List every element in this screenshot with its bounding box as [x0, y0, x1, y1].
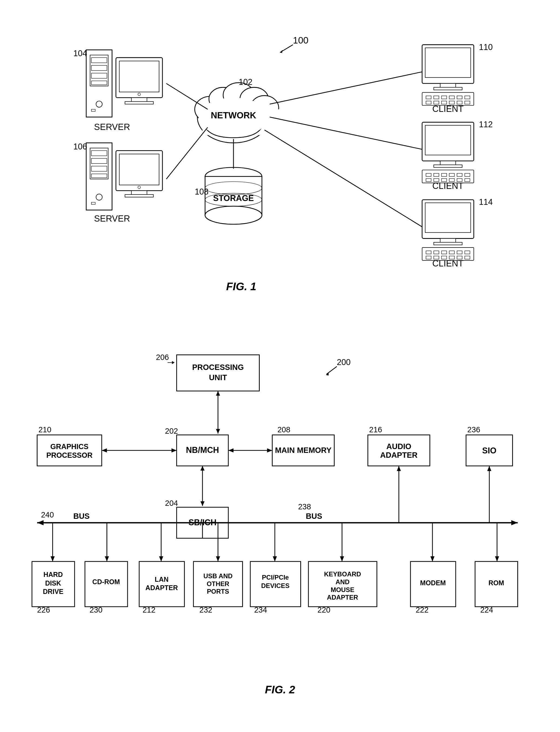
client1 [422, 45, 474, 105]
ref-200: 200 [337, 358, 351, 367]
main-memory-label: MAIN MEMORY [275, 446, 332, 454]
svg-marker-142 [397, 466, 401, 471]
ref-232: 232 [199, 605, 212, 614]
graphics-processor-label: GRAPHICS [50, 442, 88, 451]
cd-rom-label: CD-ROM [92, 578, 120, 585]
svg-rect-61 [434, 165, 462, 168]
svg-marker-123 [511, 520, 518, 525]
svg-marker-122 [37, 520, 44, 525]
audio-adapter-label2: ADAPTER [380, 451, 418, 459]
fig1-diagram: 100 NETWORK 102 [22, 16, 538, 314]
svg-marker-110 [228, 448, 234, 452]
ref-206: 206 [156, 353, 169, 362]
fig2-diagram: 200 PROCESSING UNIT 206 NB/MCH 202 [22, 324, 538, 716]
ref-108: 108 [195, 187, 209, 196]
usb-label3: PORTS [207, 588, 229, 595]
keyboard-label1: KEYBOARD [324, 570, 361, 578]
usb-label1: USB AND [204, 572, 233, 580]
ref-112: 112 [479, 120, 493, 129]
svg-marker-105 [216, 391, 220, 395]
svg-marker-130 [159, 556, 163, 561]
ref-204: 204 [165, 499, 178, 507]
modem-label: MODEM [420, 579, 446, 587]
svg-marker-106 [216, 429, 220, 434]
svg-rect-76 [425, 203, 471, 233]
keyboard-label4: ADAPTER [327, 594, 358, 601]
fig2-caption: FIG. 2 [265, 684, 295, 696]
network-label: NETWORK [211, 111, 256, 120]
client3 [422, 200, 474, 261]
ref-102: 102 [239, 77, 252, 87]
svg-marker-128 [105, 556, 109, 561]
sio-label: SIO [482, 446, 496, 455]
ref-100: 100 [293, 35, 308, 45]
audio-adapter-label: AUDIO [386, 442, 411, 451]
client1-label: CLIENT [432, 104, 464, 114]
processing-unit-label2: UNIT [209, 373, 227, 382]
hard-disk-label2: DISK [45, 580, 61, 587]
ref-216: 216 [369, 425, 382, 434]
lan-adapter-label2: ADAPTER [145, 584, 178, 591]
bus-label-left: BUS [73, 512, 90, 520]
ref-238: 238 [298, 502, 311, 511]
client3-label: CLIENT [432, 259, 464, 268]
client2-label: CLIENT [432, 181, 464, 191]
svg-line-93 [166, 127, 208, 179]
server2-label: SERVER [94, 214, 130, 224]
server2 [86, 143, 162, 210]
fig1-caption: FIG. 1 [226, 281, 256, 293]
svg-marker-1 [280, 50, 283, 53]
storage-label: STORAGE [213, 194, 254, 203]
client2 [422, 122, 474, 183]
ref-110: 110 [479, 42, 493, 52]
bus-label-right: BUS [306, 512, 322, 520]
svg-rect-44 [434, 87, 462, 90]
ref-210: 210 [38, 425, 51, 434]
svg-marker-144 [487, 466, 491, 471]
svg-point-38 [205, 206, 262, 224]
svg-rect-42 [425, 48, 471, 78]
server1 [86, 50, 162, 117]
rom-label: ROM [488, 579, 504, 587]
svg-marker-102 [172, 361, 175, 364]
ref-104: 104 [73, 49, 87, 58]
hard-disk-label1: HARD [44, 571, 63, 578]
storage: STORAGE [205, 168, 262, 224]
pci-label1: PCI/PCIe [262, 574, 289, 581]
ref-202: 202 [165, 427, 178, 435]
svg-rect-78 [434, 242, 462, 245]
svg-marker-114 [102, 448, 107, 452]
svg-marker-120 [201, 466, 205, 470]
ref-114: 114 [479, 197, 493, 207]
svg-marker-113 [171, 448, 176, 452]
ref-226: 226 [37, 605, 50, 614]
ref-106: 106 [73, 142, 87, 151]
svg-rect-34 [125, 195, 153, 197]
svg-marker-109 [267, 448, 272, 452]
svg-line-92 [166, 84, 208, 109]
svg-marker-119 [201, 501, 205, 506]
svg-marker-126 [51, 556, 55, 561]
svg-rect-21 [125, 102, 153, 104]
keyboard-label3: MOUSE [331, 586, 355, 593]
svg-rect-19 [119, 61, 159, 92]
graphics-processor-label2: PROCESSOR [46, 451, 92, 459]
svg-marker-134 [273, 556, 277, 561]
svg-marker-140 [495, 556, 499, 561]
svg-marker-138 [430, 556, 434, 561]
ref-230: 230 [89, 605, 102, 614]
server1-label: SERVER [94, 122, 130, 132]
usb-label2: OTHER [207, 580, 229, 587]
keyboard-label2: AND [335, 578, 349, 585]
ref-212: 212 [142, 605, 155, 614]
ref-220: 220 [318, 605, 331, 614]
network-cloud: NETWORK [195, 83, 280, 143]
svg-rect-59 [425, 125, 471, 155]
pci-label2: DEVICES [261, 582, 289, 589]
svg-rect-32 [119, 154, 159, 185]
ref-208: 208 [277, 425, 290, 434]
lan-adapter-label1: LAN [155, 576, 169, 583]
ref-236: 236 [467, 425, 480, 434]
svg-line-95 [270, 117, 422, 149]
hard-disk-label3: DRIVE [43, 588, 64, 595]
